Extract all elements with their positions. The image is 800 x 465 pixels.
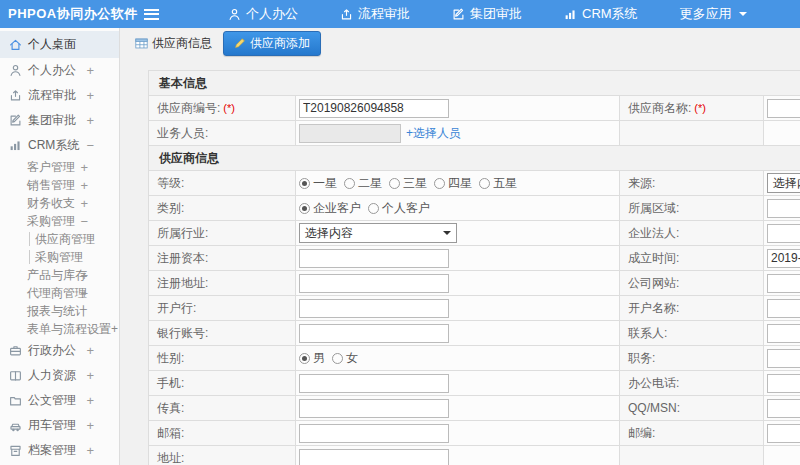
expand-icon[interactable]: +: [86, 418, 94, 433]
text-input[interactable]: [299, 374, 449, 393]
sidebar-item[interactable]: 销售管理+: [0, 176, 119, 194]
sidebar-item[interactable]: 采购管理−: [0, 212, 119, 230]
text-input[interactable]: [767, 424, 800, 443]
menu-toggle-icon[interactable]: [144, 9, 159, 20]
field-label: [620, 446, 764, 465]
collapse-icon[interactable]: −: [86, 138, 94, 153]
topnav-item[interactable]: 更多应用: [659, 0, 768, 28]
text-input[interactable]: [767, 249, 800, 268]
sidebar-item[interactable]: 供应商管理: [0, 230, 119, 248]
tab-supplier-info[interactable]: 供应商信息: [133, 32, 214, 55]
sidebar-item[interactable]: 人力资源+: [0, 363, 119, 388]
sidebar-item[interactable]: 采购管理: [0, 248, 119, 266]
sidebar-item[interactable]: 流程审批+: [0, 83, 119, 108]
expand-icon[interactable]: +: [86, 63, 94, 78]
text-input[interactable]: [299, 424, 449, 443]
text-input[interactable]: [767, 374, 800, 393]
sidebar-item-label: 采购管理: [35, 249, 83, 266]
sidebar-item[interactable]: 档案管理+: [0, 438, 119, 463]
field-label: 成立时间:: [620, 246, 764, 271]
topnav-item[interactable]: 个人办公: [207, 0, 319, 28]
field-label: [620, 121, 764, 146]
radio-option[interactable]: 二星: [344, 175, 382, 192]
text-input[interactable]: [299, 249, 449, 268]
radio-option[interactable]: 男: [299, 350, 325, 367]
sidebar-item[interactable]: 行政办公+: [0, 338, 119, 363]
collapse-icon[interactable]: −: [80, 214, 88, 229]
select-box[interactable]: 选择内容: [299, 223, 457, 243]
field-cell: [764, 371, 800, 396]
text-input[interactable]: [767, 199, 800, 218]
radio-icon[interactable]: [389, 178, 400, 189]
text-input[interactable]: [299, 274, 449, 293]
text-input[interactable]: [299, 99, 449, 118]
topnav-item[interactable]: 集团审批: [431, 0, 543, 28]
sidebar-item[interactable]: CRM系统−: [0, 133, 119, 158]
sidebar-item[interactable]: 个人办公+: [0, 58, 119, 83]
radio-icon[interactable]: [479, 178, 490, 189]
field-cell: [296, 421, 620, 446]
radio-option[interactable]: 个人客户: [368, 200, 430, 217]
field-cell: [296, 96, 620, 121]
radio-icon[interactable]: [368, 203, 379, 214]
field-label: 开户名称:: [620, 296, 764, 321]
select-box[interactable]: 选择内容: [767, 173, 800, 193]
radio-icon[interactable]: [299, 178, 310, 189]
expand-icon[interactable]: +: [86, 113, 94, 128]
text-input[interactable]: [767, 99, 800, 118]
sidebar-item[interactable]: 财务收支+: [0, 194, 119, 212]
topnav-item[interactable]: CRM系统: [543, 0, 659, 28]
radio-option[interactable]: 一星: [299, 175, 337, 192]
sidebar-item[interactable]: 用车管理+: [0, 413, 119, 438]
radio-option[interactable]: 三星: [389, 175, 427, 192]
radio-icon[interactable]: [332, 353, 343, 364]
form-row: 类别:企业客户个人客户所属区域:: [149, 196, 800, 221]
radio-option[interactable]: 企业客户: [299, 200, 361, 217]
text-input[interactable]: [299, 399, 449, 418]
expand-icon[interactable]: +: [80, 178, 88, 193]
expand-icon[interactable]: +: [80, 286, 88, 301]
sidebar-item[interactable]: 集团审批+: [0, 108, 119, 133]
text-input[interactable]: [299, 299, 449, 318]
radio-icon[interactable]: [434, 178, 445, 189]
text-input[interactable]: [767, 349, 800, 368]
expand-icon[interactable]: +: [86, 343, 94, 358]
field-label: 注册地址:: [149, 271, 296, 296]
app-logo: PHPOA协同办公软件: [0, 5, 130, 23]
field-label: 来源:: [620, 171, 764, 196]
sidebar-item[interactable]: 公文管理+: [0, 388, 119, 413]
expand-icon[interactable]: +: [86, 443, 94, 458]
radio-option[interactable]: 四星: [434, 175, 472, 192]
radio-icon[interactable]: [299, 353, 310, 364]
radio-option[interactable]: 五星: [479, 175, 517, 192]
radio-option[interactable]: 女: [332, 350, 358, 367]
text-input[interactable]: [767, 299, 800, 318]
radio-icon[interactable]: [299, 203, 310, 214]
expand-icon[interactable]: +: [86, 368, 94, 383]
expand-icon[interactable]: +: [86, 393, 94, 408]
expand-icon[interactable]: +: [80, 268, 88, 283]
field-label: 传真:: [149, 396, 296, 421]
sidebar-item[interactable]: 表单与流程设置+: [0, 320, 119, 338]
chart-icon: [9, 139, 22, 152]
text-input[interactable]: [299, 324, 449, 343]
radio-icon[interactable]: [344, 178, 355, 189]
choose-person-link[interactable]: +选择人员: [406, 126, 461, 140]
expand-icon[interactable]: +: [80, 196, 88, 211]
sidebar-item[interactable]: 客户管理+: [0, 158, 119, 176]
text-input[interactable]: [299, 124, 401, 143]
text-input[interactable]: [299, 449, 449, 465]
sidebar-item[interactable]: 报表与统计: [0, 302, 119, 320]
expand-icon[interactable]: +: [86, 88, 94, 103]
sidebar-item[interactable]: 产品与库存+: [0, 266, 119, 284]
sidebar-item[interactable]: 代理商管理+: [0, 284, 119, 302]
topnav-item[interactable]: 流程审批: [319, 0, 431, 28]
text-input[interactable]: [767, 399, 800, 418]
expand-icon[interactable]: +: [80, 160, 88, 175]
sidebar-item[interactable]: 个人桌面: [0, 31, 119, 58]
field-cell: [296, 321, 620, 346]
text-input[interactable]: [767, 274, 800, 293]
text-input[interactable]: [767, 324, 800, 343]
text-input[interactable]: [767, 224, 800, 243]
tab-supplier-add[interactable]: 供应商添加: [223, 31, 321, 56]
